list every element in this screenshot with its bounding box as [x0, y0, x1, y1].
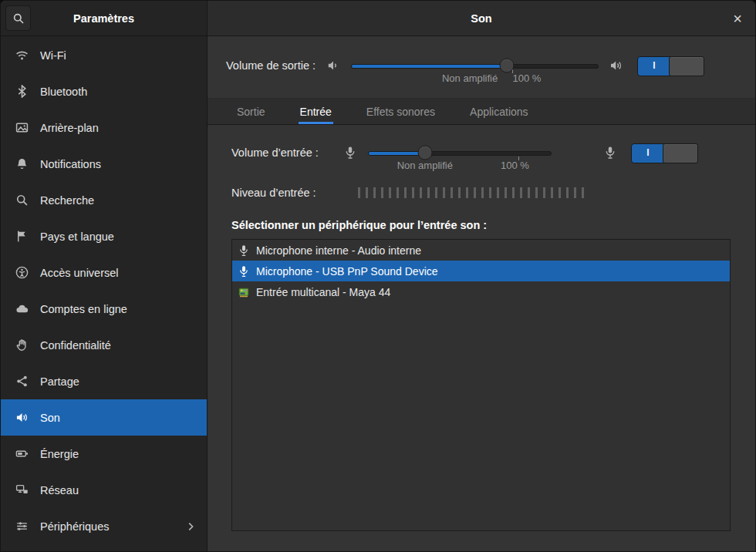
output-unamplified-mark: Non amplifié: [442, 72, 498, 84]
sliders-icon: [15, 520, 29, 533]
search-icon: [12, 12, 25, 25]
sidebar-item-label: Wi-Fi: [40, 49, 66, 62]
settings-window: Paramètres Son × Wi-Fi Bluetooth: [0, 0, 756, 552]
tab-entree[interactable]: Entrée: [299, 99, 333, 124]
device-row-multichannel[interactable]: Entrée multicanal - Maya 44: [232, 281, 730, 302]
tab-effets-sonores[interactable]: Effets sonores: [365, 99, 437, 124]
tab-sortie[interactable]: Sortie: [235, 99, 267, 124]
sidebar-item-background[interactable]: Arrière-plan: [1, 109, 207, 146]
magnifier-icon: [15, 194, 29, 207]
microphone-icon: [603, 146, 617, 160]
sidebar-item-label: Énergie: [40, 448, 79, 460]
sidebar-item-label: Partage: [40, 375, 79, 388]
sidebar-item-label: Réseau: [40, 484, 79, 496]
sidebar-item-network[interactable]: Réseau: [1, 472, 207, 508]
input-volume-slider[interactable]: Non amplifié 100 %: [368, 136, 552, 174]
sidebar-item-label: Comptes en ligne: [40, 303, 127, 315]
slider-trough: [368, 151, 552, 156]
sidebar-item-sharing[interactable]: Partage: [1, 363, 207, 399]
sound-panel: Volume de sortie : Non amplifié 100 %: [208, 36, 755, 551]
flag-icon: [15, 230, 29, 243]
background-image-icon: [15, 121, 29, 134]
input-level-meter: [358, 187, 586, 198]
sidebar-item-online-accounts[interactable]: Comptes en ligne: [1, 291, 207, 327]
search-button[interactable]: [5, 5, 31, 31]
sidebar-headerbar: Paramètres: [1, 1, 208, 36]
output-100-percent-mark: 100 %: [512, 72, 541, 84]
volume-low-icon: [326, 59, 340, 72]
output-volume-section: Volume de sortie : Non amplifié 100 %: [208, 36, 755, 87]
device-row-usb-mic[interactable]: Microphone - USB PnP Sound Device: [232, 261, 730, 281]
input-slider-handle[interactable]: [417, 146, 432, 160]
sidebar-item-universal-access[interactable]: Accès universel: [1, 254, 207, 291]
sidebar-item-label: Recherche: [40, 194, 94, 207]
sidebar-item-notifications[interactable]: Notifications: [1, 146, 207, 182]
input-100-percent-mark: 100 %: [501, 160, 529, 171]
output-volume-label: Volume de sortie :: [226, 49, 326, 82]
microphone-icon: [238, 265, 250, 278]
slider-fill: [352, 65, 507, 68]
close-button[interactable]: ×: [726, 7, 749, 30]
output-volume-row: Volume de sortie : Non amplifié 100 %: [226, 49, 704, 87]
microphone-icon: [238, 244, 250, 257]
output-volume-slider[interactable]: Non amplifié 100 %: [351, 49, 599, 87]
device-label: Microphone - USB PnP Sound Device: [256, 265, 438, 278]
microphone-icon: [343, 146, 357, 160]
input-volume-label: Volume d’entrée :: [231, 136, 343, 170]
share-icon: [15, 375, 29, 388]
sidebar-item-devices[interactable]: Périphériques: [1, 508, 207, 544]
input-device-section: Sélectionner un périphérique pour l’entr…: [208, 199, 755, 531]
switch-on-mark: I: [641, 147, 655, 158]
sidebar-item-label: Bluetooth: [40, 86, 87, 98]
device-row-internal-mic[interactable]: Microphone interne - Audio interne: [232, 240, 730, 261]
chevron-right-icon: [185, 521, 196, 532]
tab-applications[interactable]: Applications: [468, 99, 530, 124]
sidebar-item-privacy[interactable]: Confidentialité: [1, 327, 207, 363]
speaker-icon: [15, 411, 29, 424]
volume-high-icon: [609, 59, 623, 72]
sidebar-item-label: Notifications: [40, 158, 101, 170]
battery-icon: [15, 447, 29, 460]
main-headerbar: Son ×: [208, 1, 755, 36]
sidebar-item-label: Arrière-plan: [40, 122, 99, 134]
accessibility-icon: [15, 266, 29, 279]
bluetooth-icon: [15, 85, 29, 98]
sidebar-item-sound[interactable]: Son: [1, 399, 207, 436]
hand-icon: [15, 338, 29, 352]
sound-card-icon: [238, 286, 250, 298]
network-icon: [15, 483, 29, 496]
bell-icon: [15, 157, 29, 170]
device-label: Entrée multicanal - Maya 44: [256, 286, 390, 298]
input-unamplified-mark: Non amplifié: [397, 160, 453, 171]
input-mute-switch[interactable]: I: [631, 143, 698, 163]
input-level-row: Niveau d’entrée :: [208, 174, 755, 199]
sidebar-item-label: Périphériques: [40, 520, 109, 533]
wifi-icon: [15, 49, 29, 62]
cloud-icon: [15, 302, 29, 315]
sidebar-item-bluetooth[interactable]: Bluetooth: [1, 73, 207, 109]
sidebar-item-region-language[interactable]: Pays et langue: [1, 218, 207, 254]
slider-fill: [369, 152, 425, 155]
sidebar-item-wifi[interactable]: Wi-Fi: [1, 37, 207, 73]
input-volume-row: Volume d’entrée : Non amplifié 100: [231, 136, 698, 174]
sidebar-item-label: Son: [40, 412, 60, 424]
slider-trough: [351, 64, 599, 69]
input-volume-section: Volume d’entrée : Non amplifié 100: [208, 125, 755, 174]
sound-tab-bar: Sortie Entrée Effets sonores Application…: [208, 98, 755, 125]
device-label: Microphone interne - Audio interne: [256, 244, 421, 257]
settings-sidebar: Wi-Fi Bluetooth Arrière-plan: [1, 36, 208, 551]
device-chooser-heading: Sélectionner un périphérique pour l’entr…: [231, 219, 731, 231]
sidebar-item-label: Accès universel: [40, 267, 119, 279]
window-title: Son: [471, 12, 491, 25]
switch-knob: [663, 143, 698, 163]
sidebar-item-power[interactable]: Énergie: [1, 436, 207, 472]
input-device-list: Microphone interne - Audio interne Micro…: [231, 239, 731, 531]
output-mute-switch[interactable]: I: [637, 56, 704, 76]
sidebar-item-label: Pays et langue: [40, 231, 114, 243]
app-title: Paramètres: [1, 12, 207, 25]
output-slider-handle[interactable]: [500, 59, 515, 73]
switch-on-mark: I: [647, 60, 661, 71]
switch-knob: [669, 56, 704, 76]
sidebar-item-label: Confidentialité: [40, 339, 111, 352]
sidebar-item-search[interactable]: Recherche: [1, 182, 207, 218]
